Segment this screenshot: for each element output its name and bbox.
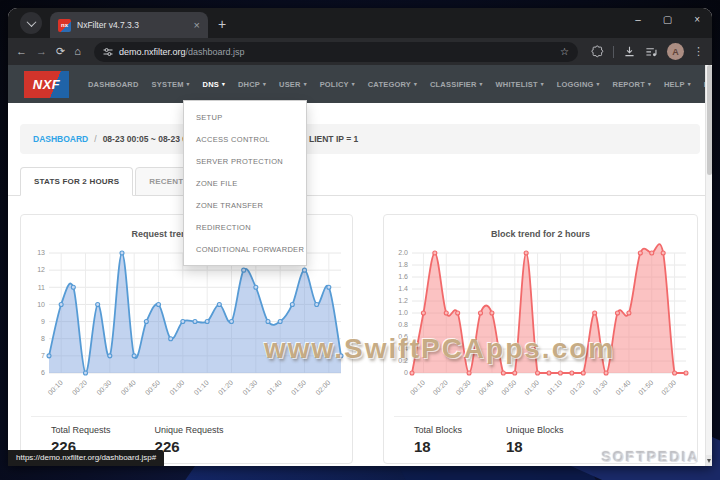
browser-tab[interactable]: nx NxFilter v4.7.3.3 × [50, 12, 208, 38]
caret-down-icon: ▾ [541, 81, 544, 87]
svg-text:01:10: 01:10 [546, 379, 563, 396]
extensions-icon[interactable] [591, 45, 604, 58]
stat-unique-requests: Unique Requests226 [155, 425, 224, 455]
svg-text:01:40: 01:40 [266, 379, 283, 396]
browser-window: nx NxFilter v4.7.3.3 × + – ▢ × ← → ⟳ ⌂ d… [8, 8, 712, 466]
svg-text:9: 9 [41, 318, 45, 325]
svg-text:01:50: 01:50 [290, 379, 307, 396]
stat-unique-blocks: Unique Blocks18 [506, 425, 564, 455]
tab-search-button[interactable] [20, 12, 42, 34]
download-icon[interactable] [623, 45, 636, 58]
svg-text:1.2: 1.2 [398, 297, 408, 304]
nav-item-whitelist[interactable]: WHITELIST▾ [496, 80, 544, 89]
svg-text:10: 10 [37, 301, 45, 308]
page-tabs: STATS FOR 2 HOURSRECENT BLOCK [8, 167, 712, 196]
svg-text:0: 0 [404, 369, 408, 376]
reload-button[interactable]: ⟳ [56, 46, 65, 57]
site-info-icon[interactable] [103, 47, 113, 57]
svg-text:00:10: 00:10 [47, 379, 64, 396]
svg-text:2.0: 2.0 [398, 249, 408, 256]
menu-item-access-control[interactable]: ACCESS CONTROL [184, 128, 306, 150]
block-trend-card: Block trend for 2 hours 00.20.40.60.81.0… [383, 214, 698, 464]
nav-item-classifier[interactable]: CLASSIFIER▾ [430, 80, 483, 89]
nav-item-dhcp[interactable]: DHCP▾ [238, 80, 266, 89]
svg-text:01:20: 01:20 [569, 379, 586, 396]
svg-text:00:10: 00:10 [409, 379, 426, 396]
svg-text:1.0: 1.0 [398, 309, 408, 316]
nav-item-system[interactable]: SYSTEM▾ [152, 80, 190, 89]
breadcrumb: DASHBOARD / 08-23 00:05 ~ 08-23 02:05 LI… [20, 124, 700, 154]
svg-text:6: 6 [41, 369, 45, 376]
bookmark-star-icon[interactable]: ☆ [560, 46, 569, 57]
maximize-button[interactable]: ▢ [663, 14, 672, 25]
block-trend-chart: 00.20.40.60.81.01.21.41.61.82.000:1000:2… [386, 243, 695, 409]
scrollbar-down-arrow[interactable] [706, 455, 712, 466]
nav-item-report[interactable]: REPORT▾ [613, 80, 651, 89]
svg-text:01:00: 01:00 [168, 379, 185, 396]
page-scrollbar[interactable] [705, 65, 712, 466]
window-controls: – ▢ × [635, 14, 700, 25]
media-controls-icon[interactable] [645, 45, 658, 58]
svg-text:8: 8 [41, 335, 45, 342]
nav-item-dashboard[interactable]: DASHBOARD [88, 80, 139, 89]
scrollbar-thumb[interactable] [707, 65, 712, 175]
caret-down-icon: ▾ [222, 81, 225, 87]
menu-item-conditional-forwarder[interactable]: CONDITIONAL FORWARDER [184, 238, 306, 260]
svg-text:00:20: 00:20 [71, 379, 88, 396]
address-bar[interactable]: demo.nxfilter.org/dashboard.jsp ☆ [94, 42, 578, 62]
menu-item-redirection[interactable]: REDIRECTION [184, 216, 306, 238]
menu-item-setup[interactable]: SETUP [184, 106, 306, 128]
profile-avatar[interactable]: A [667, 43, 684, 60]
svg-text:00:50: 00:50 [500, 379, 517, 396]
menu-item-zone-file[interactable]: ZONE FILE [184, 172, 306, 194]
svg-text:1.4: 1.4 [398, 285, 408, 292]
nav-item-logging[interactable]: LOGGING▾ [557, 80, 600, 89]
close-button[interactable]: × [694, 14, 700, 25]
new-tab-button[interactable]: + [218, 16, 226, 32]
nxfilter-logo[interactable]: NXF [24, 71, 69, 98]
nxfilter-favicon: nx [58, 19, 71, 32]
menu-item-server-protection[interactable]: SERVER PROTECTION [184, 150, 306, 172]
svg-text:01:10: 01:10 [193, 379, 210, 396]
menu-item-zone-transfer[interactable]: ZONE TRANSFER [184, 194, 306, 216]
tab-stats-for-2-hours[interactable]: STATS FOR 2 HOURS [20, 167, 133, 196]
url-text[interactable]: demo.nxfilter.org/dashboard.jsp [119, 47, 245, 57]
nav-item-dns[interactable]: DNS▾ [203, 80, 225, 89]
svg-text:00:30: 00:30 [95, 379, 112, 396]
svg-text:00:40: 00:40 [120, 379, 137, 396]
webpage: NXF DASHBOARDSYSTEM▾DNS▾DHCP▾USER▾POLICY… [8, 65, 712, 466]
nav-item-policy[interactable]: POLICY▾ [320, 80, 355, 89]
svg-text:02:00: 02:00 [660, 379, 677, 396]
nav-item-user[interactable]: USER▾ [279, 80, 307, 89]
breadcrumb-separator: / [94, 134, 96, 144]
svg-text:01:20: 01:20 [217, 379, 234, 396]
breadcrumb-dashboard-link[interactable]: DASHBOARD [33, 134, 88, 144]
svg-text:01:00: 01:00 [523, 379, 540, 396]
browser-toolbar: ← → ⟳ ⌂ demo.nxfilter.org/dashboard.jsp … [8, 38, 712, 65]
browser-menu-icon[interactable]: ⋮ [693, 46, 704, 57]
desktop-background: nx NxFilter v4.7.3.3 × + – ▢ × ← → ⟳ ⌂ d… [0, 0, 720, 480]
svg-text:1.8: 1.8 [398, 261, 408, 268]
svg-text:1.6: 1.6 [398, 273, 408, 280]
svg-text:13: 13 [37, 249, 45, 256]
minimize-button[interactable]: – [635, 14, 641, 25]
svg-text:01:30: 01:30 [591, 379, 608, 396]
caret-down-icon: ▾ [597, 81, 600, 87]
caret-down-icon: ▾ [304, 81, 307, 87]
url-path: /dashboard.jsp [185, 47, 244, 57]
svg-text:00:20: 00:20 [432, 379, 449, 396]
tab-title: NxFilter v4.7.3.3 [77, 20, 188, 30]
forward-button[interactable]: → [36, 46, 47, 57]
back-button[interactable]: ← [16, 46, 27, 57]
block-chart-title: Block trend for 2 hours [384, 229, 697, 239]
tab-close-icon[interactable]: × [194, 20, 200, 31]
svg-text:0.2: 0.2 [398, 357, 408, 364]
block-totals: Total Blocks18Unique Blocks18 [394, 416, 687, 455]
nav-item-help[interactable]: HELP▾ [664, 80, 691, 89]
nav-item-category[interactable]: CATEGORY▾ [368, 80, 417, 89]
svg-text:00:40: 00:40 [477, 379, 494, 396]
url-host: demo.nxfilter.org [119, 47, 186, 57]
home-button[interactable]: ⌂ [74, 46, 81, 57]
dns-dropdown-menu: SETUPACCESS CONTROLSERVER PROTECTIONZONE… [183, 100, 307, 266]
svg-text:00:30: 00:30 [454, 379, 471, 396]
